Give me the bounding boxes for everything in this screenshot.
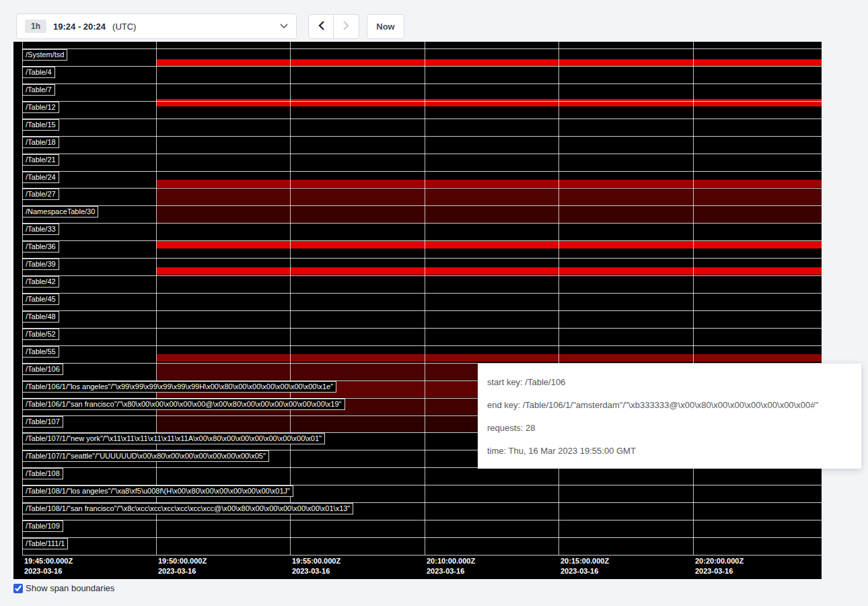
span-key-label: /Table/24 bbox=[22, 172, 59, 183]
tooltip-start-key: start key: /Table/106 bbox=[478, 370, 861, 393]
span-key-label: /Table/21 bbox=[22, 154, 59, 166]
prev-time-button[interactable] bbox=[308, 14, 334, 39]
span-key-label: /Table/12 bbox=[22, 102, 59, 113]
span-key-label: /Table/39 bbox=[22, 259, 59, 270]
span-boundary-line bbox=[22, 520, 822, 520]
span-boundary-line bbox=[22, 240, 822, 241]
span-key-label: /Table/18 bbox=[22, 137, 59, 148]
tooltip-end-key: end key: /Table/106/1/"amsterdam"/"\xb33… bbox=[478, 393, 861, 416]
x-axis-tick-label: 20:20:00.000Z2023-03-16 bbox=[695, 556, 744, 576]
span-key-label: /Table/27 bbox=[22, 189, 59, 200]
span-boundary-line bbox=[22, 188, 822, 189]
span-key-label: /Table/42 bbox=[22, 276, 59, 288]
heat-band bbox=[156, 267, 822, 275]
tooltip-requests: requests: 28 bbox=[478, 416, 861, 439]
span-key-label: /Table/106/1/"san francisco"/"\x80\x00\x… bbox=[22, 399, 345, 410]
span-boundary-line bbox=[22, 205, 822, 206]
span-boundary-line bbox=[22, 555, 822, 556]
span-key-label: /Table/45 bbox=[22, 294, 59, 305]
x-axis-tick-label: 19:50:00.000Z2023-03-16 bbox=[158, 556, 207, 576]
x-axis-tick-label: 20:10:00.000Z2023-03-16 bbox=[427, 556, 475, 576]
show-span-boundaries-control[interactable]: Show span boundaries bbox=[13, 583, 114, 593]
span-key-label: /Table/107 bbox=[22, 416, 63, 428]
now-button[interactable]: Now bbox=[367, 14, 404, 39]
time-range-selector[interactable]: 1h 19:24 - 20:24 (UTC) bbox=[16, 13, 297, 39]
span-key-label: /Table/36 bbox=[22, 241, 59, 252]
span-key-label: /Table/48 bbox=[22, 311, 59, 323]
heat-band bbox=[156, 189, 822, 205]
span-boundary-line bbox=[22, 293, 822, 294]
span-boundary-line bbox=[22, 48, 822, 49]
show-span-boundaries-checkbox[interactable] bbox=[13, 584, 23, 593]
span-boundary-line bbox=[22, 328, 822, 329]
heat-band bbox=[156, 241, 822, 248]
heat-band bbox=[156, 180, 822, 187]
span-key-label: /Table/52 bbox=[22, 329, 59, 340]
chevron-right-icon bbox=[343, 21, 349, 32]
span-key-label: /Table/7 bbox=[22, 84, 55, 96]
span-boundary-line bbox=[22, 275, 822, 276]
heat-band bbox=[156, 99, 822, 106]
span-key-label: /Table/108/1/"san francisco"/"\x8c\xcc\x… bbox=[22, 503, 353, 514]
span-hover-tooltip: start key: /Table/106 end key: /Table/10… bbox=[478, 364, 861, 469]
show-span-boundaries-label: Show span boundaries bbox=[26, 583, 114, 593]
span-key-label: /Table/109 bbox=[22, 520, 63, 532]
span-key-label: /Table/106/1/"los angeles"/"\x99\x99\x99… bbox=[22, 381, 336, 393]
span-key-label: /Table/108 bbox=[22, 468, 63, 479]
span-boundary-line bbox=[22, 171, 822, 172]
key-visualizer-page: 1h 19:24 - 20:24 (UTC) Now 19:45:00.000Z… bbox=[0, 0, 868, 606]
duration-badge: 1h bbox=[25, 20, 46, 33]
span-key-label: /System/tsd bbox=[22, 49, 67, 61]
span-boundary-line bbox=[22, 258, 822, 259]
span-boundary-line bbox=[22, 136, 822, 137]
span-boundary-line bbox=[22, 310, 822, 311]
chevron-left-icon bbox=[318, 21, 324, 32]
span-key-label: /Table/108/1/"los angeles"/"\xa8\xf5\u00… bbox=[22, 485, 293, 497]
tooltip-time: time: Thu, 16 Mar 2023 19:55:00 GMT bbox=[478, 439, 861, 462]
x-axis-tick-label: 19:45:00.000Z2023-03-16 bbox=[24, 556, 73, 576]
span-boundary-line bbox=[22, 154, 822, 154]
x-axis-tick-label: 19:55:00.000Z2023-03-16 bbox=[292, 556, 340, 576]
next-time-button[interactable] bbox=[334, 14, 359, 39]
span-boundary-line bbox=[22, 83, 822, 84]
x-axis-tick-label: 20:15:00.000Z2023-03-16 bbox=[560, 556, 609, 576]
span-key-label: /NamespaceTable/30 bbox=[22, 206, 98, 217]
span-boundary-line bbox=[22, 345, 822, 346]
heat-band bbox=[156, 354, 822, 362]
span-key-label: /Table/55 bbox=[22, 346, 59, 358]
span-key-label: /Table/15 bbox=[22, 119, 59, 131]
span-key-label: /Table/107/1/"new york"/"\x11\x11\x11\x1… bbox=[22, 433, 325, 444]
timezone-text: (UTC) bbox=[112, 22, 136, 32]
span-key-label: /Table/111/1 bbox=[22, 538, 68, 549]
span-boundary-line bbox=[22, 66, 822, 67]
time-nav-group bbox=[308, 14, 359, 39]
span-boundary-line bbox=[22, 537, 822, 538]
span-key-label: /Table/33 bbox=[22, 224, 59, 235]
heat-band bbox=[156, 59, 822, 66]
heat-band bbox=[156, 206, 822, 223]
span-key-label: /Table/4 bbox=[22, 67, 55, 78]
span-key-label: /Table/107/1/"seattle"/"UUUUUUD\x00\x80\… bbox=[22, 450, 269, 462]
span-boundary-line bbox=[22, 223, 822, 224]
chevron-down-icon bbox=[280, 24, 288, 29]
span-boundary-line bbox=[22, 119, 822, 119]
span-key-label: /Table/106 bbox=[22, 364, 63, 375]
key-visualizer-canvas[interactable]: 19:45:00.000Z2023-03-1619:50:00.000Z2023… bbox=[13, 42, 822, 579]
span-boundary-line bbox=[22, 101, 822, 102]
time-range-text: 19:24 - 20:24 bbox=[53, 22, 106, 32]
